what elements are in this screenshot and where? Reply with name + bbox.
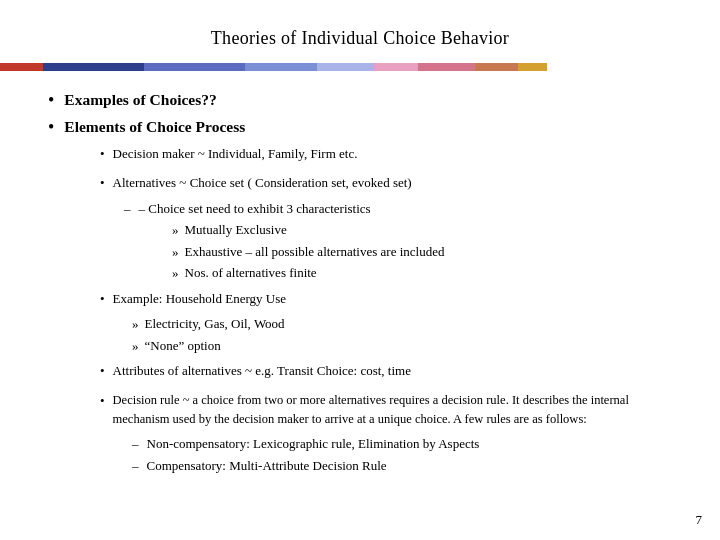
sub-section: • Decision maker ~ Individual, Family, F… [48,144,680,476]
chevron-item-3: » Nos. of alternatives finite [172,263,680,283]
chevron-4: » [132,314,139,334]
example-text: Example: Household Energy Use [113,289,286,309]
decision-rule-dash-1: – Non-compensatory: Lexicographic rule, … [132,434,680,454]
chevron-1: » [172,220,179,240]
slide-title: Theories of Individual Choice Behavior [211,28,509,48]
sub-bullet-dot-3: • [100,289,105,309]
example-chevron-2: » “None” option [132,336,680,356]
decision-rule-text: Decision rule ~ a choice from two or mor… [113,391,680,429]
chevron-item-2: » Exhaustive – all possible alternatives… [172,242,680,262]
sub-bullet-example: • Example: Household Energy Use [100,289,680,309]
decision-rule-subs: – Non-compensatory: Lexicographic rule, … [100,434,680,475]
sub-bullet-attributes: • Attributes of alternatives ~ e.g. Tran… [100,361,680,381]
decision-rule-sub-2: Compensatory: Multi-Attribute Decision R… [147,456,387,476]
example-sub-1: Electricity, Gas, Oil, Wood [145,314,285,334]
main-bullet-2: • Elements of Choice Process [48,116,680,139]
main-bullet-1: • Examples of Choices?? [48,89,680,112]
choice-set-text: – Choice set need to exhibit 3 character… [139,199,371,219]
choice-set-dash: – – Choice set need to exhibit 3 charact… [124,199,680,219]
sub-bullet-decision-maker: • Decision maker ~ Individual, Family, F… [100,144,680,164]
sub-bullet-dot-1: • [100,144,105,164]
dash-2: – [132,434,139,454]
bullet-dot-2: • [48,116,54,139]
example-chevron-1: » Electricity, Gas, Oil, Wood [132,314,680,334]
decision-rule-dash-2: – Compensatory: Multi-Attribute Decision… [132,456,680,476]
chevron-item-1: » Mutually Exclusive [172,220,680,240]
title-area: Theories of Individual Choice Behavior [0,0,720,57]
decision-maker-text: Decision maker ~ Individual, Family, Fir… [113,144,358,164]
alternatives-text: Alternatives ~ Choice set ( Consideratio… [113,173,412,193]
chevron-5: » [132,336,139,356]
attributes-text: Attributes of alternatives ~ e.g. Transi… [113,361,411,381]
sub-bullet-dot-4: • [100,361,105,381]
dash-3: – [132,456,139,476]
sub-bullet-dot-5: • [100,391,105,411]
dash-1: – [124,199,131,219]
chevron-2: » [172,242,179,262]
sub-bullet-dot-2: • [100,173,105,193]
decision-rule-sub-1: Non-compensatory: Lexicographic rule, El… [147,434,480,454]
chevron-3: » [172,263,179,283]
sub-bullet-alternatives: • Alternatives ~ Choice set ( Considerat… [100,173,680,193]
example-sub-2: “None” option [145,336,221,356]
sub-bullet-decision-rule: • Decision rule ~ a choice from two or m… [100,391,680,429]
choice-sub-3: Nos. of alternatives finite [185,263,317,283]
page-number: 7 [696,512,703,528]
color-bar [0,63,720,71]
choice-sub-2: Exhaustive – all possible alternatives a… [185,242,445,262]
choice-set-section: – – Choice set need to exhibit 3 charact… [100,199,680,283]
bullet-dot-1: • [48,89,54,112]
choice-set-subs: » Mutually Exclusive » Exhaustive – all … [124,220,680,283]
choice-sub-1: Mutually Exclusive [185,220,287,240]
slide: Theories of Individual Choice Behavior •… [0,0,720,540]
main-bullet-1-text: Examples of Choices?? [64,89,216,111]
example-subs: » Electricity, Gas, Oil, Wood » “None” o… [100,314,680,355]
content-area: • Examples of Choices?? • Elements of Ch… [0,89,720,475]
main-bullet-2-text: Elements of Choice Process [64,116,245,138]
